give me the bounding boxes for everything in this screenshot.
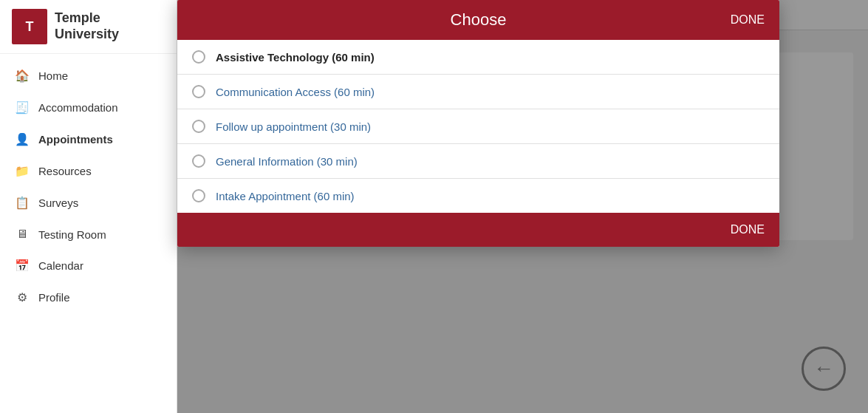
- option-label-follow-up: Follow up appointment (30 min): [216, 120, 371, 133]
- modal-title: Choose: [192, 10, 765, 30]
- sidebar-item-resources[interactable]: 📁 Resources: [0, 155, 177, 187]
- option-label-communication-access: Communication Access (60 min): [216, 86, 375, 98]
- sidebar-item-label: Home: [38, 69, 68, 82]
- sidebar-item-label: Profile: [38, 291, 70, 304]
- home-icon: 🏠: [15, 69, 30, 83]
- testing-room-icon: 🖥: [15, 228, 30, 241]
- option-label-intake: Intake Appointment (60 min): [216, 190, 355, 202]
- logo-letter: T: [26, 19, 34, 35]
- modal-header: Choose DONE: [177, 0, 779, 40]
- modal-done-top-button[interactable]: DONE: [731, 13, 765, 27]
- option-label-general-info: General Information (30 min): [216, 155, 358, 168]
- radio-communication-access[interactable]: [192, 85, 205, 98]
- surveys-icon: 📋: [15, 196, 30, 210]
- modal-footer: DONE: [177, 213, 779, 247]
- sidebar-item-label: Accommodation: [38, 101, 118, 114]
- modal-done-bottom-button[interactable]: DONE: [731, 223, 765, 236]
- appointments-icon: 👤: [15, 132, 30, 146]
- sidebar-item-calendar[interactable]: 📅 Calendar: [0, 250, 177, 281]
- modal-body: Assistive Technology (60 min) Communicat…: [177, 40, 779, 213]
- accommodation-icon: 🧾: [15, 100, 30, 115]
- sidebar-item-appointments[interactable]: 👤 Appointments: [0, 123, 177, 155]
- sidebar-item-label: Appointments: [38, 133, 113, 146]
- radio-follow-up[interactable]: [192, 120, 205, 133]
- logo-text: TempleUniversity: [55, 10, 119, 42]
- sidebar-item-label: Calendar: [38, 259, 83, 272]
- modal-option-assistive-tech[interactable]: Assistive Technology (60 min): [177, 40, 779, 75]
- modal-option-intake[interactable]: Intake Appointment (60 min): [177, 179, 779, 213]
- radio-assistive-tech[interactable]: [192, 50, 205, 64]
- sidebar-item-accommodation[interactable]: 🧾 Accommodation: [0, 92, 177, 123]
- resources-icon: 📁: [15, 164, 30, 178]
- profile-icon: ⚙: [15, 290, 30, 304]
- option-label-assistive-tech: Assistive Technology (60 min): [216, 51, 375, 64]
- sidebar-item-profile[interactable]: ⚙ Profile: [0, 281, 177, 313]
- logo-icon: T: [12, 9, 47, 44]
- calendar-icon: 📅: [15, 259, 30, 273]
- radio-intake[interactable]: [192, 189, 205, 202]
- sidebar-item-surveys[interactable]: 📋 Surveys: [0, 187, 177, 219]
- radio-general-info[interactable]: [192, 154, 205, 168]
- sidebar-item-label: Testing Room: [38, 228, 106, 241]
- choose-modal: Choose DONE Assistive Technology (60 min…: [177, 0, 779, 247]
- modal-option-follow-up[interactable]: Follow up appointment (30 min): [177, 109, 779, 144]
- sidebar-item-testing-room[interactable]: 🖥 Testing Room: [0, 219, 177, 250]
- sidebar-item-home[interactable]: 🏠 Home: [0, 60, 177, 92]
- sidebar-logo: T TempleUniversity: [0, 0, 177, 54]
- sidebar-item-label: Surveys: [38, 197, 78, 209]
- sidebar: T TempleUniversity 🏠 Home 🧾 Accommodatio…: [0, 0, 177, 413]
- modal-option-communication-access[interactable]: Communication Access (60 min): [177, 75, 779, 109]
- modal-option-general-info[interactable]: General Information (30 min): [177, 144, 779, 179]
- sidebar-item-label: Resources: [38, 165, 92, 177]
- sidebar-nav: 🏠 Home 🧾 Accommodation 👤 Appointments 📁 …: [0, 54, 177, 413]
